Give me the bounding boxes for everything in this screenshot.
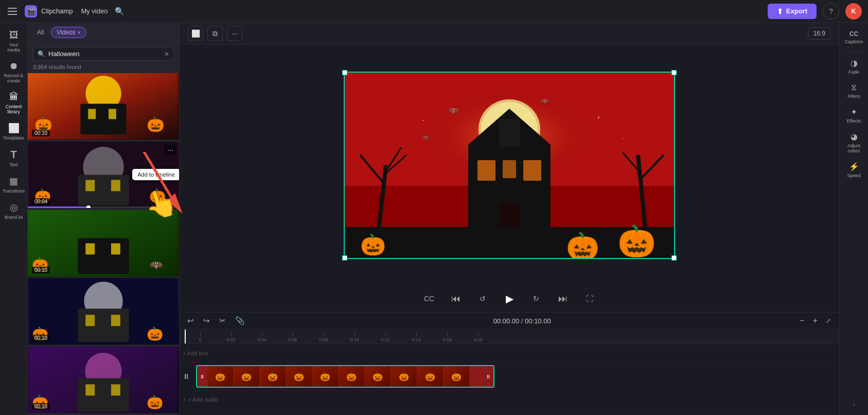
pip-button[interactable]: ⧉ xyxy=(207,26,223,41)
help-button[interactable]: ? xyxy=(823,3,839,20)
skip-back-button[interactable]: ⏮ xyxy=(447,289,465,308)
right-panel-fade[interactable]: ◑ Fade xyxy=(841,55,867,78)
tab-all[interactable]: All xyxy=(33,27,48,38)
export-button[interactable]: ⬆ Export xyxy=(768,4,817,19)
svg-rect-16 xyxy=(85,243,95,254)
list-item[interactable]: 🎃 🎃 00:10 xyxy=(28,278,179,345)
crop-button[interactable]: ⬜ xyxy=(188,26,203,41)
sidebar-item-text[interactable]: T Text xyxy=(2,146,26,170)
video-thumbnail-1: 🎃 🎃 xyxy=(28,73,179,140)
svg-text:🦇: 🦇 xyxy=(540,97,550,106)
list-item[interactable]: 🎃 🎃 ··· 00:04 Add to timeline xyxy=(28,142,179,209)
right-panel-filters[interactable]: ⧖ Filters xyxy=(841,79,867,102)
sidebar-item-templates[interactable]: ⬜ Templates xyxy=(2,119,26,144)
sidebar-item-content-library[interactable]: 🏛 Content library xyxy=(2,89,26,117)
tab-videos-close[interactable]: × xyxy=(78,30,81,36)
app-logo[interactable]: 🎬 Clipchamp xyxy=(25,5,73,18)
text-track-label: + Add text xyxy=(183,350,234,356)
clip-play-button[interactable]: ⏸ xyxy=(197,374,207,379)
right-panel-collapse-button[interactable]: ‹ xyxy=(848,399,860,411)
svg-text:🎃: 🎃 xyxy=(360,232,386,257)
tab-videos-label: Videos xyxy=(57,29,75,36)
svg-rect-9 xyxy=(78,175,129,205)
video-frame[interactable]: 🦇 🦇 🦇 xyxy=(344,72,675,259)
effects-icon: ✦ xyxy=(851,107,857,117)
handle-bottom-left[interactable] xyxy=(342,255,347,261)
clip-frame: 🎃 xyxy=(234,366,259,387)
handle-top-right[interactable] xyxy=(671,70,677,75)
forward-5s-button[interactable]: ↻ xyxy=(527,289,545,308)
audio-track-row: ♪ + Add audio xyxy=(180,390,839,409)
captions-toggle-button[interactable]: CC xyxy=(420,289,438,308)
project-title[interactable]: My video xyxy=(81,7,108,15)
list-item[interactable]: 🎃 🎃 00:10 xyxy=(28,73,179,140)
more-options-button[interactable]: ··· xyxy=(165,145,176,155)
music-note-icon: ♪ xyxy=(183,395,186,403)
center-area: ⬜ ⧉ ··· 16:9 xyxy=(180,23,839,415)
right-panel-speed[interactable]: ⚡ Speed xyxy=(841,158,867,182)
video-clip[interactable]: ⏸ 🎃 🎃 🎃 🎃 🎃 🎃 🎃 🎃 🎃 xyxy=(196,365,494,388)
search-icon: 🔍 xyxy=(38,50,45,58)
handle-bottom-right[interactable] xyxy=(671,255,677,261)
timeline-cursor[interactable] xyxy=(185,330,186,343)
clear-search-button[interactable]: ✕ xyxy=(164,50,169,58)
right-panel-adjust-colors[interactable]: ◕ Adjust colors xyxy=(841,128,867,157)
add-audio-button[interactable]: + Add audio xyxy=(188,396,218,403)
right-panel-fade-label: Fade xyxy=(848,70,859,75)
more-button[interactable]: ··· xyxy=(227,26,242,41)
undo-button[interactable]: ↩ xyxy=(185,315,197,327)
svg-rect-54 xyxy=(523,160,541,181)
svg-rect-4 xyxy=(109,109,116,119)
clip-frame: 🎃 xyxy=(286,366,312,387)
svg-text:✦: ✦ xyxy=(623,137,625,140)
redo-button[interactable]: ↪ xyxy=(201,315,212,327)
fit-to-view-button[interactable]: ⤢ xyxy=(823,316,834,325)
svg-text:🦇: 🦇 xyxy=(149,258,164,272)
clip-end-handle[interactable]: ⏸ xyxy=(483,374,493,379)
search-icon[interactable]: 🔍 xyxy=(115,7,125,16)
svg-text:🦇: 🦇 xyxy=(422,133,430,141)
svg-rect-3 xyxy=(88,109,96,119)
play-button[interactable]: ▶ xyxy=(500,289,519,308)
project-title-area: My video 🔍 xyxy=(79,7,125,16)
svg-text:✦: ✦ xyxy=(597,115,600,120)
canvas-preview: 🦇 🦇 🦇 xyxy=(180,45,839,285)
rewind-5s-button[interactable]: ↺ xyxy=(473,289,492,308)
templates-icon: ⬜ xyxy=(8,123,20,134)
transitions-icon: ▦ xyxy=(9,176,18,187)
skip-forward-button[interactable]: ⏭ xyxy=(554,289,572,308)
tab-videos[interactable]: Videos × xyxy=(51,27,86,38)
right-panel-effects[interactable]: ✦ Effects xyxy=(841,103,867,127)
playback-controls: CC ⏮ ↺ ▶ ↻ ⏭ ⛶ xyxy=(180,285,839,312)
aspect-ratio-button[interactable]: 16:9 xyxy=(808,27,831,40)
clip-button[interactable]: 📎 xyxy=(233,315,247,327)
handle-top-left[interactable] xyxy=(342,70,347,75)
text-track-row: + Add text xyxy=(180,344,839,362)
clip-frame: 🎃 xyxy=(444,366,469,387)
sidebar-item-transitions[interactable]: ▦ Transitions xyxy=(2,172,26,197)
list-item[interactable]: 🎃 🎃 00:10 xyxy=(28,347,179,413)
list-item[interactable]: 🎃 🦇 00:10 xyxy=(28,210,179,277)
ruler-mark-0:02: 0:02 xyxy=(216,330,246,343)
right-panel-captions[interactable]: CC Captions xyxy=(841,27,867,48)
topbar: 🎬 Clipchamp My video 🔍 ⬆ Export ? K xyxy=(0,0,868,23)
zoom-out-button[interactable]: − xyxy=(796,315,807,326)
sidebar-item-your-media[interactable]: 🖼 Your media xyxy=(2,27,26,56)
record-icon: ⏺ xyxy=(9,61,19,72)
video-thumbnail-3: 🎃 🦇 xyxy=(28,210,179,276)
right-panel-speed-label: Speed xyxy=(847,173,860,178)
sidebar-item-record-create[interactable]: ⏺ Record &create xyxy=(2,58,26,87)
add-text-button[interactable]: + Add text xyxy=(183,350,208,356)
hamburger-menu[interactable] xyxy=(6,5,19,18)
adjust-colors-icon: ◕ xyxy=(851,132,858,142)
video-track-row: ⏸ ⏸ 🎃 🎃 🎃 🎃 🎃 🎃 🎃 xyxy=(180,362,839,390)
fade-icon: ◑ xyxy=(851,58,858,68)
sidebar-item-brand-kit[interactable]: ◎ Brand kit xyxy=(2,199,26,223)
cut-button[interactable]: ✂ xyxy=(217,315,228,327)
library-icon: 🏛 xyxy=(9,92,19,102)
user-avatar[interactable]: K xyxy=(845,3,862,20)
fullscreen-button[interactable]: ⛶ xyxy=(580,289,599,308)
zoom-in-button[interactable]: + xyxy=(810,315,821,326)
clip-frame: 🎃 xyxy=(207,366,233,387)
search-input[interactable] xyxy=(48,50,161,58)
